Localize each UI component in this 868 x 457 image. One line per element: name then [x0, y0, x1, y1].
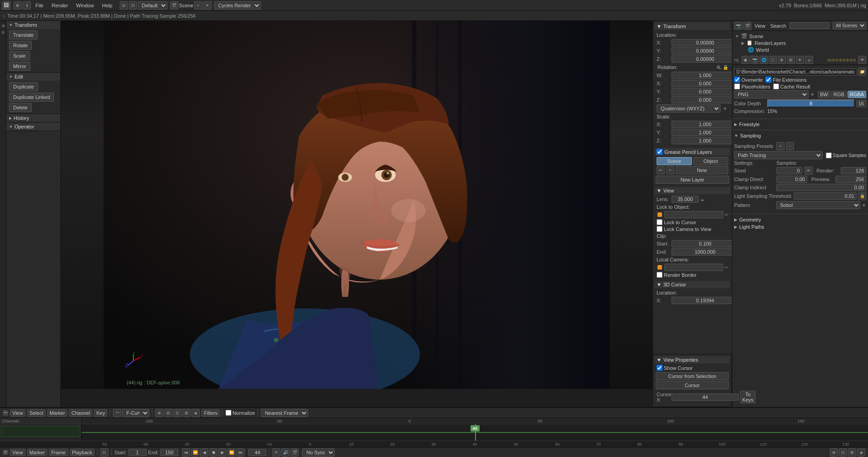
prev-keyframe-icon[interactable]: ⏪ [191, 448, 199, 457]
delete-button[interactable]: Delete [9, 103, 32, 112]
mode-icon-2[interactable]: ⊕ [1, 29, 5, 35]
current-frame-input[interactable] [248, 449, 266, 456]
pattern-select[interactable]: Sobol [776, 201, 860, 209]
object-btn[interactable]: Object [693, 157, 729, 165]
particle-icon[interactable]: ✦ [796, 56, 804, 64]
to-keys-btn[interactable]: To Keys [740, 391, 755, 403]
tl-icon-2[interactable]: ⊟ [164, 409, 172, 417]
mode-icon-1[interactable]: ◈ [1, 23, 5, 29]
clamp-direct-input[interactable] [776, 176, 807, 183]
format-expand[interactable]: ▼ [810, 92, 814, 97]
track-area[interactable]: 44 [82, 424, 868, 441]
physics-icon[interactable]: ⊿ [805, 56, 813, 64]
cache-checkbox[interactable] [773, 84, 779, 89]
transform-header[interactable]: ▼ Transform [6, 21, 60, 29]
sp-add-icon[interactable]: + [776, 142, 785, 150]
world-item[interactable]: 🌐 World [740, 46, 866, 53]
menu-help[interactable]: Help [100, 2, 114, 9]
channel-btn-tl[interactable]: Channel [69, 409, 92, 417]
world-icon-2[interactable]: 🌐 [760, 56, 768, 64]
play-icon[interactable]: ▶ [218, 448, 226, 457]
scale-z-input[interactable] [672, 137, 732, 144]
view-header[interactable]: ▼ View [655, 187, 730, 194]
view-btn-pb[interactable]: View [10, 449, 25, 456]
cursor-x-input[interactable] [672, 297, 732, 304]
render-viewport[interactable]: (44) rig : DEF-spine.006 X Y Z [61, 21, 652, 389]
operator-header[interactable]: ▼ Operator [6, 123, 60, 131]
loc-z-input[interactable] [672, 55, 732, 63]
screen-full-icon[interactable]: ⊡ [129, 1, 137, 10]
scene-icon[interactable]: 🎬 [170, 1, 178, 10]
sampling-header[interactable]: ▼ Sampling [732, 132, 868, 139]
pb-right-icon-3[interactable]: ⊞ [848, 448, 856, 457]
local-camera-field[interactable] [664, 264, 723, 271]
render-border-checkbox[interactable] [657, 272, 662, 278]
preview-input[interactable] [835, 176, 866, 183]
render-engine-select[interactable]: Cycles Render [214, 1, 261, 10]
loc-y-input[interactable] [672, 47, 732, 54]
clip-start-input[interactable] [672, 240, 732, 247]
tl-icon-3[interactable]: ⊡ [173, 409, 181, 417]
fcurve-icon[interactable]: 〜 [3, 410, 8, 416]
rgba-button[interactable]: RGBA [848, 91, 866, 98]
browse-path-icon[interactable]: 📁 [858, 68, 866, 76]
menu-window[interactable]: Window [74, 2, 96, 9]
render-icon[interactable]: ◉ [741, 56, 750, 64]
square-samples-checkbox[interactable] [826, 152, 832, 158]
menu-render[interactable]: Render [50, 2, 70, 9]
loc-x-input[interactable] [672, 39, 732, 46]
frp-camera-icon[interactable]: 📷 [734, 22, 742, 30]
light-threshold-input[interactable] [794, 192, 857, 200]
screen-split-icon[interactable]: ⊟ [120, 1, 128, 10]
depth-8-button[interactable]: 8 [767, 99, 855, 108]
clamp-indirect-input[interactable] [776, 184, 866, 191]
rotate-button[interactable]: Rotate [9, 41, 32, 50]
gp-add-icon[interactable]: + [666, 166, 674, 174]
camera-icon-2[interactable]: 📷 [750, 56, 759, 64]
close-scene-icon[interactable]: ✕ [203, 1, 211, 10]
anim-icon[interactable]: 🎬 [290, 448, 299, 457]
translate-button[interactable]: Translate [9, 30, 38, 39]
local-camera-edit[interactable]: ✏ [725, 265, 728, 270]
light-paths-header[interactable]: ▶ Light Paths [732, 223, 868, 231]
duplicate-linked-button[interactable]: Duplicate Linked [9, 93, 54, 102]
menu-file[interactable]: File [34, 2, 45, 9]
transform-props-header[interactable]: ▼ Transform [655, 23, 730, 30]
output-path-input[interactable] [734, 69, 857, 75]
lock-object-edit-icon[interactable]: ✏ [725, 212, 728, 217]
normalize-checkbox[interactable] [226, 410, 231, 416]
scale-button[interactable]: Scale [9, 51, 30, 60]
depth-16-button[interactable]: 16 [856, 100, 866, 107]
render-samples-input[interactable] [841, 167, 867, 174]
modifier-icon[interactable]: ⊞ [787, 56, 795, 64]
frp-scene-icon[interactable]: 🎬 [743, 22, 751, 30]
pb-right-icon-4[interactable]: ◈ [857, 448, 865, 457]
pattern-expand-icon[interactable]: ▼ [862, 203, 866, 208]
view-btn-tl[interactable]: View [10, 409, 25, 417]
geometry-header[interactable]: ▶ Geometry [732, 216, 868, 223]
overwrite-checkbox[interactable] [734, 77, 740, 83]
lock-object-field[interactable] [664, 211, 723, 218]
tl-icon-4[interactable]: ⊞ [182, 409, 191, 417]
sync-mode-select[interactable]: No Sync [302, 448, 335, 457]
freestyle-header[interactable]: ▶ Freestyle [732, 121, 868, 128]
rot-type-arrow[interactable]: ▼ [722, 106, 728, 111]
cursor-x-vp-input[interactable] [672, 393, 739, 401]
stop-icon[interactable]: ⏹ [209, 448, 217, 457]
new-layer-btn[interactable]: New Layer [656, 176, 729, 184]
pb-right-icon-2[interactable]: ⊡ [839, 448, 847, 457]
sync-icon[interactable]: ⟳ [272, 448, 280, 457]
pb-right-icon-1[interactable]: ⊕ [830, 448, 838, 457]
tl-icon-5[interactable]: ◈ [191, 409, 200, 417]
play-back-icon[interactable]: ◀ [200, 448, 208, 457]
tl-icon-1[interactable]: ⊕ [155, 409, 163, 417]
sp-remove-icon[interactable]: - [786, 142, 794, 150]
rgb-button[interactable]: RGB [831, 91, 847, 98]
lock-camera-checkbox[interactable] [657, 226, 662, 232]
file-ext-checkbox[interactable] [765, 77, 771, 83]
rot-main-lock[interactable]: 🔒 [723, 65, 728, 70]
rot-w-input[interactable] [672, 72, 732, 79]
add-scene-icon[interactable]: + [194, 1, 202, 10]
filters-btn[interactable]: Filters [201, 409, 220, 417]
new-btn[interactable]: New [676, 166, 728, 174]
